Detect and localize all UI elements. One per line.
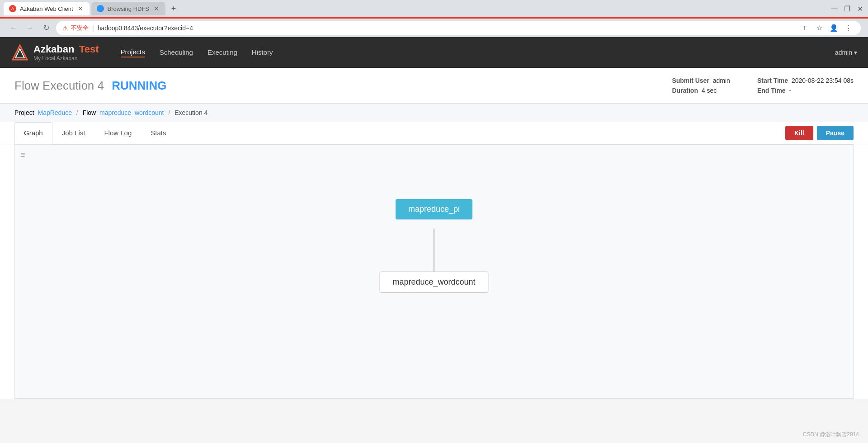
tab-favicon-hdfs: 🌐	[97, 5, 104, 12]
nav-projects[interactable]: Projects	[121, 48, 145, 57]
node-box-mapreduce-pi[interactable]: mapreduce_pi	[396, 199, 472, 219]
forward-button[interactable]: →	[24, 22, 36, 34]
node-connector	[434, 229, 434, 272]
tabs-container: Graph Job List Flow Log Stats Kill Pause	[0, 122, 868, 144]
admin-menu[interactable]: admin ▾	[835, 49, 857, 56]
breadcrumb-flow-label: Flow	[83, 109, 96, 116]
insecure-label: 不安全	[71, 24, 89, 32]
content-area: Flow Execution 4 RUNNING Submit User adm…	[0, 68, 868, 399]
tab-title-azkaban: Azkaban Web Client	[20, 5, 73, 12]
submit-user-value: admin	[713, 77, 730, 84]
breadcrumb-sep2: /	[168, 109, 170, 116]
browser-titlebar: A Azkaban Web Client ✕ 🌐 Browsing HDFS ✕…	[0, 0, 868, 17]
url-text: hadoop0:8443/executor?execid=4	[98, 24, 193, 32]
account-icon[interactable]: 👤	[827, 22, 840, 34]
browser-chrome: A Azkaban Web Client ✕ 🌐 Browsing HDFS ✕…	[0, 0, 868, 37]
breadcrumb-current: Execution 4	[175, 109, 208, 116]
logo-text: Azkaban Test My Local Azkaban	[33, 43, 99, 62]
flow-execution-header: Flow Execution 4 RUNNING Submit User adm…	[0, 68, 868, 104]
window-controls: — ❐ ✕	[830, 4, 864, 13]
separator: |	[92, 24, 94, 32]
logo-azkaban-text: Azkaban	[33, 43, 74, 55]
flow-exec-title-prefix: Flow Execution 4	[14, 79, 104, 92]
admin-label: admin	[835, 49, 852, 56]
security-warning-icon: ⚠	[62, 24, 68, 32]
refresh-button[interactable]: ↻	[40, 22, 52, 34]
address-actions: T ☆ 👤 ⋮	[798, 22, 854, 34]
submit-user-field: Submit User admin	[672, 77, 730, 84]
tab-title-hdfs: Browsing HDFS	[108, 5, 149, 12]
start-time-label: Start Time	[757, 77, 788, 84]
flow-exec-meta: Submit User admin Duration 4 sec Start T…	[672, 77, 854, 94]
tab-graph[interactable]: Graph	[14, 122, 52, 144]
browser-tab-azkaban[interactable]: A Azkaban Web Client ✕	[4, 2, 90, 15]
tabs-actions: Kill Pause	[785, 126, 854, 140]
graph-content: mapreduce_pi mapreduce_wordcount	[15, 145, 853, 398]
breadcrumb-project-link[interactable]: MapReduce	[38, 109, 72, 116]
tab-close-hdfs[interactable]: ✕	[153, 5, 160, 12]
back-button[interactable]: ←	[7, 22, 20, 34]
app-navbar: Azkaban Test My Local Azkaban Projects S…	[0, 37, 868, 68]
duration-field: Duration 4 sec	[672, 87, 730, 94]
start-time-value: 2020-08-22 23:54 08s	[792, 77, 854, 84]
logo-test-text: Test	[79, 43, 99, 55]
browser-addressbar: ← → ↻ ⚠ 不安全 | hadoop0:8443/executor?exec…	[0, 17, 868, 37]
maximize-button[interactable]: ❐	[843, 4, 852, 13]
logo-subtitle: My Local Azkaban	[33, 55, 99, 62]
close-button[interactable]: ✕	[855, 4, 864, 13]
nav-links: Projects Scheduling Executing History	[121, 48, 273, 57]
tab-close-azkaban[interactable]: ✕	[77, 5, 84, 12]
node-box-mapreduce-wordcount[interactable]: mapreduce_wordcount	[379, 272, 488, 293]
pause-button[interactable]: Pause	[817, 126, 854, 140]
duration-label: Duration	[672, 87, 698, 94]
submit-user-label: Submit User	[672, 77, 709, 84]
flow-exec-status-badge: RUNNING	[112, 79, 166, 92]
breadcrumb: Project MapReduce / Flow mapreduce_wordc…	[0, 104, 868, 122]
node-mapreduce-pi[interactable]: mapreduce_pi	[396, 199, 472, 219]
new-tab-button[interactable]: +	[167, 2, 180, 15]
tab-job-list[interactable]: Job List	[52, 122, 95, 144]
kill-button[interactable]: Kill	[785, 126, 813, 140]
breadcrumb-sep1: /	[76, 109, 78, 116]
end-time-label: End Time	[757, 87, 786, 94]
bookmark-icon[interactable]: ☆	[813, 22, 826, 34]
tab-stats[interactable]: Stats	[141, 122, 175, 144]
end-time-value: -	[789, 87, 792, 94]
breadcrumb-project-label: Project	[14, 109, 34, 116]
breadcrumb-flow-link[interactable]: mapreduce_wordcount	[99, 109, 164, 116]
tab-favicon-azkaban: A	[9, 5, 16, 12]
start-time-field: Start Time 2020-08-22 23:54 08s	[757, 77, 854, 84]
minimize-button[interactable]: —	[830, 4, 839, 13]
nav-executing[interactable]: Executing	[208, 48, 237, 57]
meta-block-left: Submit User admin Duration 4 sec	[672, 77, 730, 94]
flow-execution-title: Flow Execution 4 RUNNING	[14, 79, 167, 93]
nav-history[interactable]: History	[252, 48, 273, 57]
meta-block-right: Start Time 2020-08-22 23:54 08s End Time…	[757, 77, 854, 94]
translate-icon[interactable]: T	[798, 22, 811, 34]
admin-dropdown-icon: ▾	[854, 49, 857, 56]
graph-area: ≡ mapreduce_pi mapreduce_wordcount	[14, 144, 854, 399]
app-logo: Azkaban Test My Local Azkaban	[11, 43, 99, 62]
browser-tab-hdfs[interactable]: 🌐 Browsing HDFS ✕	[91, 2, 165, 15]
azkaban-logo-icon	[11, 43, 29, 62]
tab-flow-log[interactable]: Flow Log	[94, 122, 141, 144]
nav-scheduling[interactable]: Scheduling	[160, 48, 193, 57]
menu-icon[interactable]: ⋮	[842, 22, 854, 34]
duration-value: 4 sec	[702, 87, 717, 94]
tabs-list: Graph Job List Flow Log Stats	[14, 122, 175, 144]
address-bar[interactable]: ⚠ 不安全 | hadoop0:8443/executor?execid=4 T…	[56, 21, 861, 35]
end-time-field: End Time -	[757, 87, 854, 94]
node-mapreduce-wordcount[interactable]: mapreduce_wordcount	[379, 272, 488, 293]
